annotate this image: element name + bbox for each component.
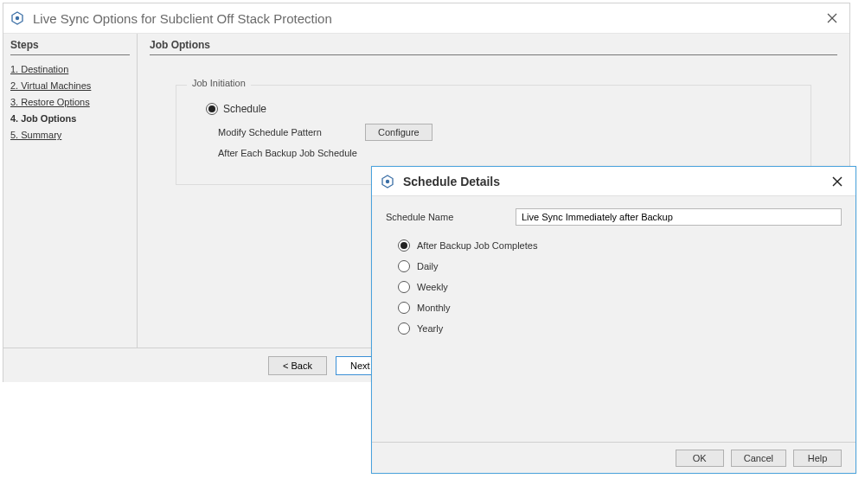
step-summary[interactable]: 5. Summary	[10, 130, 130, 140]
radio-yearly[interactable]: Yearly	[398, 322, 842, 335]
after-each-backup-label: After Each Backup Job Schedule	[218, 148, 793, 158]
schedule-details-dialog: Schedule Details Schedule Name After Bac…	[371, 166, 856, 474]
radio-label: Weekly	[417, 282, 448, 292]
main-window-title: Live Sync Options for Subclient Off Stac…	[33, 11, 822, 26]
schedule-name-input[interactable]	[516, 208, 842, 226]
radio-icon	[398, 322, 410, 335]
radio-icon	[398, 302, 410, 314]
radio-label: After Backup Job Completes	[417, 240, 537, 251]
radio-label: Daily	[417, 261, 438, 271]
content-header: Job Options	[150, 39, 837, 51]
divider	[10, 54, 130, 55]
svg-point-1	[16, 16, 19, 20]
radio-icon	[398, 260, 410, 272]
svg-point-5	[386, 179, 389, 182]
main-titlebar: Live Sync Options for Subclient Off Stac…	[3, 3, 849, 34]
ok-button[interactable]: OK	[676, 450, 724, 467]
divider	[150, 54, 837, 55]
step-restore-options[interactable]: 3. Restore Options	[10, 97, 130, 107]
step-virtual-machines[interactable]: 2. Virtual Machines	[10, 80, 130, 91]
steps-list: 1. Destination 2. Virtual Machines 3. Re…	[10, 64, 130, 140]
dialog-titlebar: Schedule Details	[372, 167, 855, 196]
radio-daily[interactable]: Daily	[398, 260, 842, 272]
radio-after-backup[interactable]: After Backup Job Completes	[398, 239, 842, 252]
schedule-name-row: Schedule Name	[386, 208, 842, 226]
dialog-title: Schedule Details	[403, 175, 828, 188]
step-destination[interactable]: 1. Destination	[10, 64, 130, 74]
schedule-radio[interactable]: Schedule	[206, 103, 793, 115]
dialog-footer: OK Cancel Help	[372, 442, 855, 473]
step-job-options[interactable]: 4. Job Options	[10, 113, 130, 124]
steps-header: Steps	[10, 39, 130, 51]
radio-label: Monthly	[417, 303, 451, 313]
app-logo-icon	[10, 11, 24, 25]
schedule-radio-label: Schedule	[223, 103, 266, 115]
job-initiation-label: Job Initiation	[187, 78, 251, 88]
radio-label: Yearly	[417, 323, 443, 334]
radio-icon	[398, 281, 410, 293]
modify-pattern-label: Modify Schedule Pattern	[218, 127, 365, 137]
radio-icon	[206, 103, 218, 115]
app-logo-icon	[381, 175, 394, 188]
frequency-radio-group: After Backup Job Completes Daily Weekly …	[398, 239, 842, 335]
dialog-body: Schedule Name After Backup Job Completes…	[372, 196, 855, 442]
modify-pattern-row: Modify Schedule Pattern Configure	[218, 124, 793, 141]
close-icon[interactable]	[822, 8, 843, 29]
radio-monthly[interactable]: Monthly	[398, 302, 842, 314]
schedule-name-label: Schedule Name	[386, 212, 516, 222]
close-icon[interactable]	[828, 172, 847, 191]
radio-icon	[398, 239, 410, 252]
configure-button[interactable]: Configure	[365, 124, 432, 141]
back-button[interactable]: < Back	[268, 356, 327, 375]
radio-weekly[interactable]: Weekly	[398, 281, 842, 293]
cancel-button[interactable]: Cancel	[731, 450, 786, 467]
steps-panel: Steps 1. Destination 2. Virtual Machines…	[3, 34, 138, 348]
help-button[interactable]: Help	[793, 450, 842, 467]
